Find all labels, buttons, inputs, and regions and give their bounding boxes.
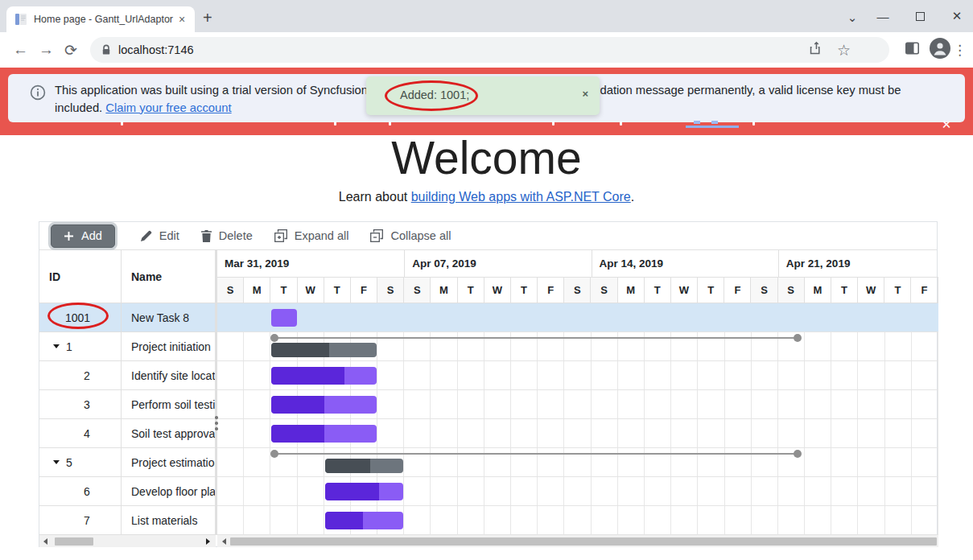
summary-line-endpoint <box>794 450 802 458</box>
new-tab-icon[interactable]: + <box>203 10 212 26</box>
task-id: 7 <box>84 514 90 527</box>
grid-row-7[interactable]: 7List materials <box>39 506 216 535</box>
toolbar-button-expand-all[interactable]: Expand all <box>274 229 349 242</box>
back-icon[interactable]: ← <box>13 41 28 59</box>
taskbar-progress <box>325 512 363 529</box>
timeline-day-cell: W <box>671 278 698 303</box>
timeline-day-cell: S <box>751 278 777 303</box>
toolbar-button-delete[interactable]: Delete <box>201 229 253 242</box>
gantt-body: 1001New Task 81Project initiation2Identi… <box>39 303 937 535</box>
grid-row-3[interactable]: 3Perform soil testing <box>39 390 216 419</box>
annotation-ellipse-toast <box>385 80 478 111</box>
browser-menu-icon[interactable]: ⋮ <box>953 42 967 59</box>
column-header-name[interactable]: Name <box>122 250 216 303</box>
toast-close-icon[interactable]: × <box>582 88 588 100</box>
timeline-day-cell: T <box>270 278 297 303</box>
tab-close-icon[interactable]: × <box>175 13 188 26</box>
timeline-day-cell: T <box>511 278 538 303</box>
grid-row-2[interactable]: 2Identify site location <box>39 361 216 390</box>
toolbar-button-edit[interactable]: Edit <box>140 229 179 242</box>
grid-hscrollbar[interactable] <box>39 535 216 547</box>
chart-row-2 <box>217 361 938 390</box>
task-id: 4 <box>84 427 90 440</box>
scroll-right-icon[interactable] <box>206 538 210 545</box>
browser-tab[interactable]: Home page - Gantt_UrlAdaptor × <box>6 6 195 32</box>
timeline-day-cell: T <box>645 278 671 303</box>
toolbar-button-add[interactable]: Add <box>51 224 115 248</box>
clipped-text-fragment <box>334 121 336 126</box>
name-cell: Project initiation <box>122 332 216 361</box>
chart-row-5 <box>217 448 938 477</box>
timeline-day-cell: F <box>538 278 564 303</box>
toolbar-button-collapse-all[interactable]: Collapse all <box>370 229 451 242</box>
banner-close-icon[interactable]: ✕ <box>937 117 956 132</box>
timeline-week-cell: Mar 31, 2019 <box>217 250 404 277</box>
profile-avatar[interactable] <box>930 38 950 62</box>
name-cell: Develop floor plan <box>122 477 216 506</box>
taskbar-3[interactable] <box>271 396 377 414</box>
collapse-caret-icon[interactable] <box>53 344 60 348</box>
grid-scroll-thumb[interactable] <box>55 537 93 546</box>
browser-navbar: ← → ⟳ localhost:7146 ☆ ⋮ <box>0 32 973 68</box>
task-name: New Task 8 <box>131 311 189 324</box>
claim-account-link[interactable]: Claim your free account <box>105 101 231 114</box>
pane-splitter[interactable] <box>216 250 217 535</box>
grid-row-4[interactable]: 4Soil test approval <box>39 419 216 448</box>
bookmark-star-icon[interactable]: ☆ <box>837 41 851 60</box>
scroll-left-icon[interactable] <box>222 538 226 545</box>
grid-row-1[interactable]: 1Project initiation <box>39 332 216 361</box>
annotation-ellipse-id <box>47 303 109 329</box>
chart-hscrollbar[interactable] <box>217 535 938 547</box>
taskbar-5[interactable] <box>325 459 404 473</box>
task-id: 3 <box>84 398 90 411</box>
forward-icon[interactable]: → <box>39 41 54 59</box>
task-id: 5 <box>66 456 72 469</box>
taskbar-6[interactable] <box>325 483 404 500</box>
clipped-text-fragment <box>389 121 391 126</box>
share-icon[interactable] <box>809 41 823 59</box>
taskbar-7[interactable] <box>325 512 404 529</box>
timeline-day-cell: S <box>217 278 244 303</box>
task-name: List materials <box>131 514 197 527</box>
address-bar[interactable]: localhost:7146 ☆ <box>90 37 889 63</box>
id-cell: 1 <box>39 332 122 361</box>
grid-body: 1001New Task 81Project initiation2Identi… <box>39 303 216 535</box>
taskbar-1[interactable] <box>271 343 377 357</box>
grid-row-5[interactable]: 5Project estimation <box>39 448 216 477</box>
chart-row-1 <box>217 332 938 361</box>
chart-scroll-thumb[interactable] <box>230 537 937 546</box>
timeline-day-cell: F <box>724 278 751 303</box>
timeline-week-cell: Apr 07, 2019 <box>404 250 591 277</box>
chart-body <box>217 303 938 535</box>
timeline-day-cell: M <box>431 278 457 303</box>
column-header-id[interactable]: ID <box>39 250 122 303</box>
task-name: Project estimation <box>131 456 216 469</box>
window-minimize-icon[interactable]: — <box>864 0 901 32</box>
window-close-icon[interactable]: ✕ <box>938 0 973 32</box>
scroll-left-icon[interactable] <box>43 538 47 545</box>
taskbar-progress <box>271 343 329 357</box>
summary-line <box>274 337 798 339</box>
grid-row-6[interactable]: 6Develop floor plan <box>39 477 216 506</box>
timeline-week-cell: Apr 21, 2019 <box>778 250 938 277</box>
collapse-caret-icon[interactable] <box>53 460 60 464</box>
toolbar-button-label: Collapse all <box>390 229 451 242</box>
pencil-icon <box>140 230 152 242</box>
taskbar-2[interactable] <box>271 367 377 385</box>
taskbar-1001[interactable] <box>271 309 296 327</box>
taskbar-4[interactable] <box>271 425 377 443</box>
timeline-day-cell: M <box>805 278 831 303</box>
aspnet-core-link[interactable]: building Web apps with ASP.NET Core <box>411 190 631 204</box>
plus-icon <box>64 231 74 241</box>
clipped-link-fragment <box>711 121 718 124</box>
splitter-grip-dot <box>215 422 218 425</box>
timeline-day-cell: T <box>458 278 484 303</box>
timeline-day-cell: S <box>404 278 431 303</box>
timeline-day-cell: S <box>377 278 404 303</box>
reload-icon[interactable]: ⟳ <box>64 41 77 60</box>
id-cell: 7 <box>39 506 122 535</box>
window-maximize-icon[interactable] <box>901 0 938 32</box>
lock-icon <box>101 44 111 56</box>
taskbar-progress <box>325 483 379 500</box>
side-panel-icon[interactable] <box>905 42 920 59</box>
